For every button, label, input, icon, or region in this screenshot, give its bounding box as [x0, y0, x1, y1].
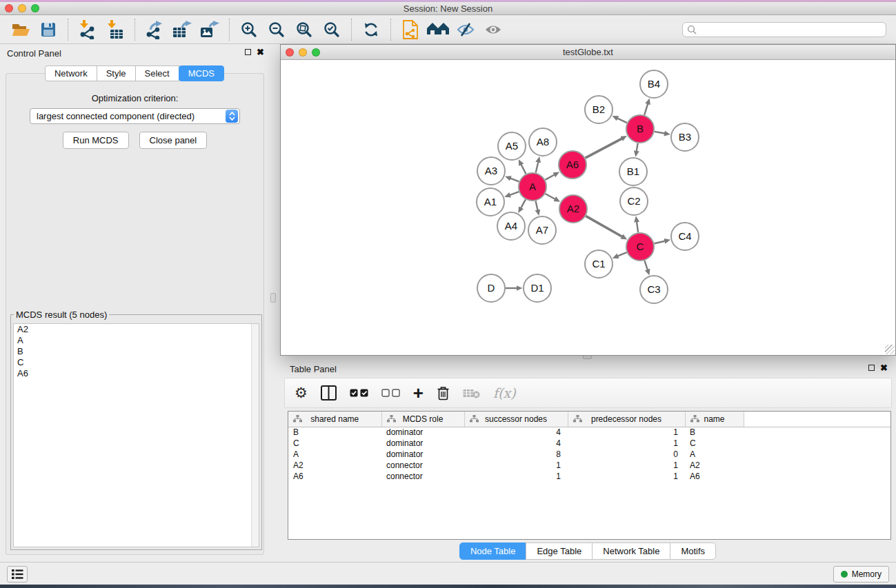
float-panel-icon[interactable] [245, 49, 251, 55]
mcds-result-item[interactable]: A2 [14, 324, 259, 335]
graph-edge-A-A1[interactable] [510, 192, 519, 195]
graph-edge-A-A6[interactable] [545, 174, 554, 179]
close-table-panel-icon[interactable]: ✖ [880, 364, 888, 372]
split-handle-vertical[interactable] [270, 293, 276, 303]
function-builder-icon[interactable]: f(x) [493, 385, 516, 401]
close-panel-icon[interactable]: ✖ [257, 48, 264, 56]
graph-node-C3[interactable]: C3 [640, 276, 668, 303]
columns-icon[interactable] [321, 385, 337, 401]
graph-node-C4[interactable]: C4 [671, 223, 699, 250]
graph-node-C2[interactable]: C2 [620, 187, 648, 215]
delete-table-icon[interactable] [463, 388, 480, 398]
table-row[interactable]: A2connector11A2 [288, 460, 890, 471]
graph-node-B3[interactable]: B3 [671, 123, 699, 151]
export-image-icon[interactable] [197, 18, 222, 41]
graph-node-D[interactable]: D [477, 274, 505, 302]
tab-node-table[interactable]: Node Table [459, 543, 527, 560]
float-table-panel-icon[interactable] [868, 365, 875, 371]
graph-node-A5[interactable]: A5 [498, 132, 526, 160]
refresh-icon[interactable] [359, 18, 384, 41]
zoom-in-icon[interactable] [237, 18, 261, 41]
graph-edge-A6-B[interactable] [586, 139, 622, 158]
tab-style[interactable]: Style [97, 65, 136, 81]
graph-edge-A-A8[interactable] [536, 162, 539, 172]
graph-edge-A-A5[interactable] [521, 165, 526, 174]
mcds-result-item[interactable]: A [14, 335, 259, 346]
graph-edge-A-A7[interactable] [536, 201, 538, 210]
gear-icon[interactable]: ⚙ [295, 386, 308, 400]
window-resize-grip[interactable] [885, 345, 895, 354]
home-layout-icon[interactable] [426, 18, 450, 41]
import-network-icon[interactable] [75, 18, 100, 41]
table-row[interactable]: Adominator80A [288, 449, 890, 460]
graph-edge-C-C2[interactable] [637, 222, 638, 232]
graph-node-B2[interactable]: B2 [585, 96, 613, 123]
graph-edge-B-B1[interactable] [637, 143, 638, 152]
hide-graphics-icon[interactable] [453, 18, 478, 41]
open-session-icon[interactable] [8, 18, 33, 41]
graph-node-A2[interactable]: A2 [559, 195, 587, 223]
tab-motifs[interactable]: Motifs [670, 543, 716, 560]
graph-edge-C-C4[interactable] [654, 241, 664, 244]
graph-edge-B-B2[interactable] [617, 119, 627, 123]
memory-button[interactable]: Memory [833, 566, 889, 582]
graph-edge-A-A2[interactable] [545, 194, 555, 199]
tab-select[interactable]: Select [135, 65, 179, 81]
graph-edge-B-B3[interactable] [655, 132, 665, 134]
search-input[interactable] [697, 25, 882, 34]
task-history-button[interactable] [7, 566, 28, 582]
graph-node-C[interactable]: C [626, 233, 654, 261]
graph-edge-A-A4[interactable] [521, 199, 526, 207]
column-header-MCDS-role[interactable]: MCDS role [381, 412, 464, 427]
zoom-selected-icon[interactable] [319, 18, 344, 41]
network-canvas[interactable]: B4B2BB3B1A5A8A6A3AA1C2A2A4A7CC4C1C3DD1 [281, 61, 895, 355]
graph-node-B4[interactable]: B4 [640, 70, 668, 98]
search-field[interactable] [682, 22, 886, 37]
add-column-icon[interactable]: + [413, 386, 424, 400]
column-header-predecessor-nodes[interactable]: predecessor nodes [568, 412, 685, 427]
graph-node-D1[interactable]: D1 [524, 274, 551, 302]
graph-node-A4[interactable]: A4 [497, 212, 525, 240]
column-header-successor-nodes[interactable]: successor nodes [464, 412, 568, 427]
run-mcds-button[interactable]: Run MCDS [63, 132, 129, 149]
mcds-result-item[interactable]: C [14, 357, 259, 368]
select-all-icon[interactable] [350, 389, 368, 397]
table-row[interactable]: Bdominator41B [288, 427, 890, 438]
table-row[interactable]: Cdominator41C [288, 438, 890, 449]
column-header-name[interactable]: name [685, 412, 744, 427]
graph-edge-A-A3[interactable] [510, 179, 519, 182]
graph-node-A7[interactable]: A7 [528, 216, 556, 244]
result-scrollbar[interactable] [251, 324, 259, 547]
zoom-fit-icon[interactable] [292, 18, 317, 41]
mcds-result-item[interactable]: B [14, 346, 259, 357]
graph-node-B1[interactable]: B1 [619, 158, 647, 185]
save-session-icon[interactable] [36, 18, 61, 41]
graph-node-C1[interactable]: C1 [585, 250, 613, 278]
export-table-icon[interactable] [170, 18, 195, 41]
deselect-all-icon[interactable] [381, 389, 400, 397]
delete-icon[interactable] [437, 386, 450, 401]
graph-edge-C-C1[interactable] [618, 252, 627, 256]
show-graphics-icon[interactable] [481, 18, 506, 41]
graph-node-A8[interactable]: A8 [529, 128, 557, 156]
table-row[interactable]: A6connector11A6 [288, 471, 890, 482]
tab-edge-table[interactable]: Edge Table [526, 543, 593, 560]
graph-node-A6[interactable]: A6 [559, 151, 586, 179]
graph-edge-A2-C[interactable] [586, 216, 622, 236]
graph-node-A3[interactable]: A3 [477, 157, 505, 185]
mcds-result-item[interactable]: A6 [14, 368, 259, 379]
zoom-out-icon[interactable] [264, 18, 289, 41]
column-header-shared-name[interactable]: shared name [288, 412, 381, 427]
tab-mcds[interactable]: MCDS [179, 65, 224, 81]
criterion-select[interactable]: largest connected component (directed) [30, 108, 240, 124]
export-network-icon[interactable] [142, 18, 167, 41]
graph-edge-B-B4[interactable] [644, 104, 648, 115]
graph-node-B[interactable]: B [626, 115, 654, 143]
import-table-icon[interactable] [103, 18, 128, 41]
close-panel-button[interactable]: Close panel [139, 132, 208, 149]
graph-node-A[interactable]: A [519, 173, 546, 201]
graph-node-A1[interactable]: A1 [477, 188, 504, 216]
graph-edge-C-C3[interactable] [644, 261, 647, 270]
new-network-icon[interactable] [398, 18, 423, 41]
tab-network[interactable]: Network [45, 65, 97, 81]
